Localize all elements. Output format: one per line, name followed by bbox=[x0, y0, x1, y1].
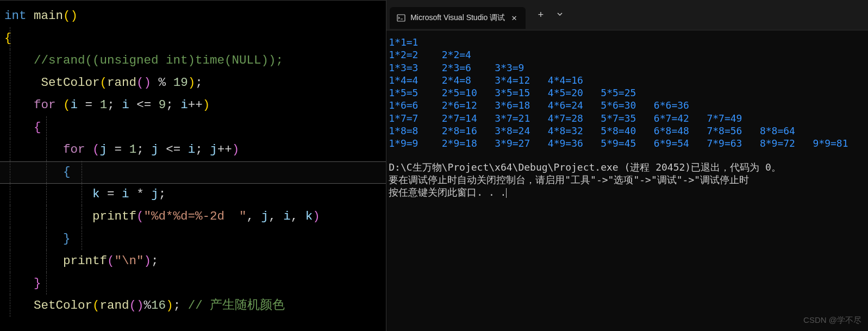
terminal-tab-bar: Microsoft Visual Studio 调试 ✕ + bbox=[386, 0, 868, 30]
terminal-icon bbox=[396, 13, 406, 23]
terminal-tab-title: Microsoft Visual Studio 调试 bbox=[410, 13, 505, 23]
tab-dropdown-icon[interactable] bbox=[552, 11, 568, 20]
code-line: } bbox=[0, 272, 386, 295]
code-line: int main() bbox=[0, 5, 386, 27]
terminal-window: Microsoft Visual Studio 调试 ✕ + 1*1=1 1*2… bbox=[386, 0, 868, 331]
code-editor[interactable]: int main(){ //srand((unsigned int)time(N… bbox=[0, 0, 386, 331]
terminal-tab[interactable]: Microsoft Visual Studio 调试 ✕ bbox=[390, 7, 526, 29]
exit-message: D:\C生万物\Project\x64\Debug\Project.exe (进… bbox=[389, 161, 866, 199]
code-line: //srand((unsigned int)time(NULL)); bbox=[0, 49, 386, 72]
code-line: { bbox=[0, 27, 386, 49]
code-line: { bbox=[0, 161, 386, 183]
code-line: SetColor(rand()%16); // 产生随机颜色 bbox=[0, 295, 386, 317]
code-line: { bbox=[0, 116, 386, 139]
code-line: printf("%d*%d=%-2d ", j, i, k) bbox=[0, 205, 386, 228]
code-line: printf("\n"); bbox=[0, 250, 386, 272]
terminal-body[interactable]: 1*1=1 1*2=2 2*2=4 1*3=3 2*3=6 3*3=9 1*4=… bbox=[386, 30, 868, 199]
code-content: int main(){ //srand((unsigned int)time(N… bbox=[0, 5, 386, 317]
watermark: CSDN @学不尽 bbox=[803, 315, 861, 326]
code-line: k = i * j; bbox=[0, 183, 386, 205]
code-line: for (i = 1; i <= 9; i++) bbox=[0, 94, 386, 116]
new-tab-button[interactable]: + bbox=[530, 10, 552, 21]
multiplication-table-output: 1*1=1 1*2=2 2*2=4 1*3=3 2*3=6 3*3=9 1*4=… bbox=[389, 36, 866, 150]
svg-rect-0 bbox=[397, 15, 405, 21]
code-line: SetColor(rand() % 19); bbox=[0, 72, 386, 94]
code-line: for (j = 1; j <= i; j++) bbox=[0, 139, 386, 161]
code-line: } bbox=[0, 228, 386, 250]
close-icon[interactable]: ✕ bbox=[509, 13, 519, 23]
